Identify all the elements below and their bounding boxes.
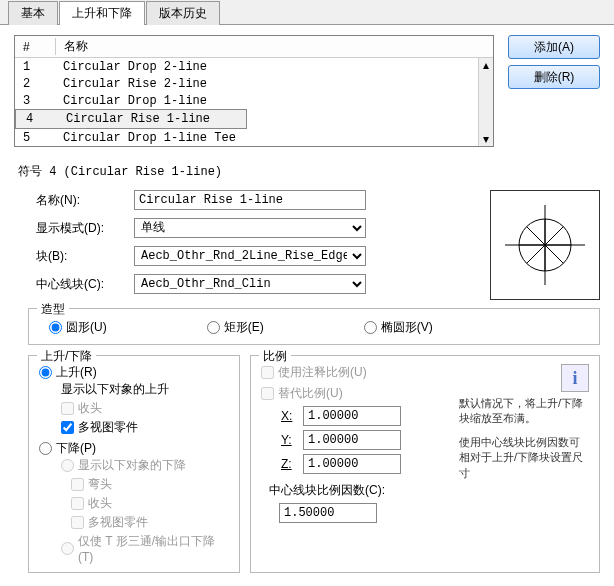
drop-radio[interactable]: 下降(P) bbox=[39, 440, 229, 457]
table-row[interactable]: 1Circular Drop 2-line bbox=[15, 58, 478, 75]
section-title: 符号 4 (Circular Rise 1-line) bbox=[18, 163, 600, 180]
row-name: Circular Rise 1-line bbox=[58, 112, 244, 126]
shape-oval[interactable]: 椭圆形(V) bbox=[364, 319, 433, 336]
drop-soffit: 收头 bbox=[71, 495, 229, 512]
name-input[interactable] bbox=[134, 190, 366, 210]
row-num: 1 bbox=[15, 60, 55, 74]
drop-show-label: 显示以下对象的下降 bbox=[61, 457, 229, 474]
rise-drop-legend: 上升/下降 bbox=[37, 348, 96, 365]
scroll-up-icon[interactable]: ▴ bbox=[483, 58, 489, 72]
center-block-select[interactable]: Aecb_Othr_Rnd_Clin bbox=[134, 274, 366, 294]
override-scale: 替代比例(U) bbox=[261, 385, 451, 402]
scroll-down-icon[interactable]: ▾ bbox=[483, 132, 489, 146]
shape-rect[interactable]: 矩形(E) bbox=[207, 319, 264, 336]
name-label: 名称(N): bbox=[14, 192, 134, 209]
shape-circle[interactable]: 圆形(U) bbox=[49, 319, 107, 336]
anno-scale: 使用注释比例(U) bbox=[261, 364, 451, 381]
row-num: 2 bbox=[15, 77, 55, 91]
row-num: 4 bbox=[18, 112, 58, 126]
info-icon: i bbox=[561, 364, 589, 392]
drop-mv-part: 多视图零件 bbox=[71, 514, 229, 531]
row-name: Circular Drop 2-line bbox=[55, 60, 478, 74]
display-mode-label: 显示模式(D): bbox=[14, 220, 134, 237]
info-text-2: 使用中心线块比例因数可相对于上升/下降块设置尺寸 bbox=[459, 435, 589, 481]
col-header-num[interactable]: # bbox=[15, 40, 55, 54]
z-input[interactable] bbox=[303, 454, 401, 474]
row-name: Circular Drop 1-line Tee bbox=[55, 131, 478, 145]
row-name: Circular Rise 2-line bbox=[55, 77, 478, 91]
tab-history[interactable]: 版本历史 bbox=[146, 1, 220, 25]
info-text-1: 默认情况下，将上升/下降块缩放至布满。 bbox=[459, 396, 589, 427]
tab-rise-drop[interactable]: 上升和下降 bbox=[59, 1, 145, 25]
scale-legend: 比例 bbox=[259, 348, 291, 365]
center-factor-label: 中心线块比例因数(C): bbox=[269, 482, 451, 499]
block-select[interactable]: Aecb_Othr_Rnd_2Line_Rise_Edge bbox=[134, 246, 366, 266]
display-mode-select[interactable]: 单线 bbox=[134, 218, 366, 238]
remove-button[interactable]: 删除(R) bbox=[508, 65, 600, 89]
center-factor-input[interactable] bbox=[279, 503, 377, 523]
tee-only: 仅使 T 形三通/输出口下降(T) bbox=[61, 533, 229, 564]
x-input[interactable] bbox=[303, 406, 401, 426]
y-input[interactable] bbox=[303, 430, 401, 450]
block-label: 块(B): bbox=[14, 248, 134, 265]
table-row[interactable]: 4Circular Rise 1-line bbox=[15, 109, 247, 129]
table-row[interactable]: 2Circular Rise 2-line bbox=[15, 75, 478, 92]
rise-mv-part[interactable]: 多视图零件 bbox=[61, 419, 229, 436]
drop-bend: 弯头 bbox=[71, 476, 229, 493]
y-label: Y: bbox=[261, 433, 303, 447]
preview-image bbox=[490, 190, 600, 300]
row-name: Circular Drop 1-line bbox=[55, 94, 478, 108]
row-num: 5 bbox=[15, 131, 55, 145]
rise-radio[interactable]: 上升(R) bbox=[39, 364, 229, 381]
rise-show-label: 显示以下对象的上升 bbox=[61, 381, 229, 398]
scrollbar[interactable]: ▴ ▾ bbox=[478, 58, 493, 146]
table-row[interactable]: 5Circular Drop 1-line Tee bbox=[15, 129, 478, 146]
table-row[interactable]: 3Circular Drop 1-line bbox=[15, 92, 478, 109]
center-block-label: 中心线块(C): bbox=[14, 276, 134, 293]
symbol-table[interactable]: # 名称 1Circular Drop 2-line2Circular Rise… bbox=[14, 35, 494, 147]
row-num: 3 bbox=[15, 94, 55, 108]
x-label: X: bbox=[261, 409, 303, 423]
add-button[interactable]: 添加(A) bbox=[508, 35, 600, 59]
rise-soffit: 收头 bbox=[61, 400, 229, 417]
shape-legend: 造型 bbox=[37, 301, 69, 318]
tab-basic[interactable]: 基本 bbox=[8, 1, 58, 25]
col-header-name[interactable]: 名称 bbox=[55, 38, 477, 55]
z-label: Z: bbox=[261, 457, 303, 471]
